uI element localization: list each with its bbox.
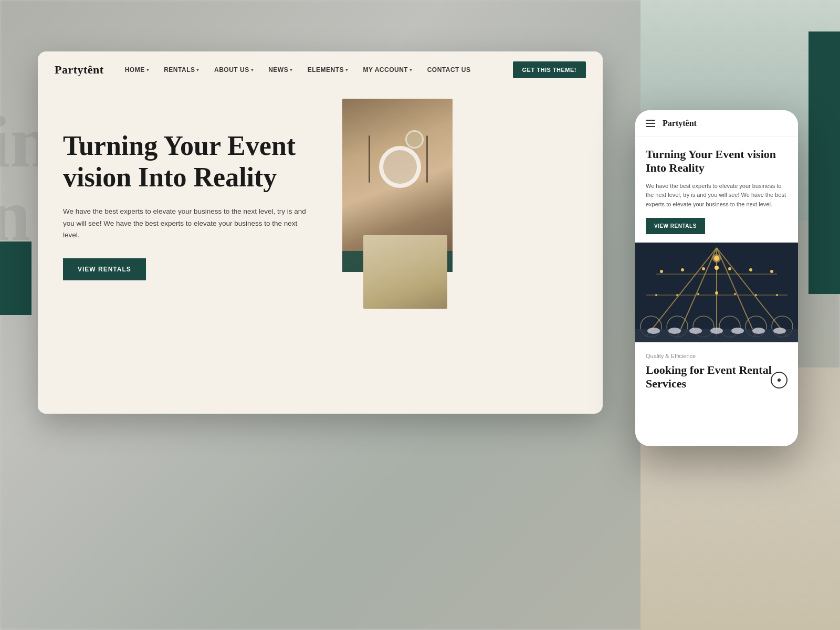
- hamburger-line-1: [646, 120, 655, 121]
- svg-point-32: [668, 328, 681, 334]
- mobile-hero-title: Turning Your Event vision Into Reality: [646, 148, 788, 175]
- svg-point-33: [689, 328, 702, 334]
- svg-point-18: [715, 291, 718, 295]
- svg-point-35: [731, 328, 744, 334]
- nav-about-us[interactable]: ABOUT US ▾: [214, 66, 254, 74]
- desktop-hero-right: [342, 88, 603, 414]
- glass-icon: [405, 130, 424, 149]
- svg-point-20: [755, 294, 757, 296]
- chevron-down-icon: ▾: [290, 67, 293, 72]
- mobile-navigation: Partytênt: [635, 110, 798, 137]
- desktop-logo: Partytênt: [55, 63, 104, 77]
- mobile-hero-description: We have the best experts to elevate your…: [646, 182, 788, 209]
- fork-icon: [369, 135, 370, 183]
- hamburger-menu-icon[interactable]: [646, 120, 655, 127]
- desktop-nav-links: HOME ▾ RENTALS ▾ ABOUT US ▾ NEWS ▾ ELEME…: [125, 66, 513, 74]
- background-teal-rectangle: [0, 242, 32, 315]
- dot-icon: [778, 379, 781, 382]
- svg-point-14: [770, 270, 773, 273]
- mobile-quality-label: Quality & Efficience: [646, 353, 788, 359]
- mobile-view-rentals-button[interactable]: VIEW RENTALS: [646, 218, 705, 234]
- mobile-hero-section: Turning Your Event vision Into Reality W…: [635, 137, 798, 243]
- svg-point-34: [710, 328, 723, 334]
- svg-point-19: [734, 293, 736, 295]
- knife-icon: [426, 135, 428, 183]
- chevron-down-icon: ▾: [251, 67, 254, 72]
- desktop-hero-title: Turning Your Event vision Into Reality: [63, 130, 317, 193]
- desktop-mockup: Partytênt HOME ▾ RENTALS ▾ ABOUT US ▾ NE…: [38, 51, 603, 414]
- svg-point-31: [647, 328, 660, 334]
- hamburger-line-2: [646, 123, 655, 124]
- chevron-down-icon: ▾: [196, 67, 200, 72]
- svg-point-9: [681, 268, 684, 271]
- nav-news[interactable]: NEWS ▾: [268, 66, 293, 74]
- get-theme-button[interactable]: GET THIS THEME!: [513, 61, 586, 78]
- hamburger-line-3: [646, 126, 655, 127]
- desktop-hero-reception-image: [363, 235, 447, 309]
- mobile-section-title: Looking for Event Rental Services: [646, 363, 788, 391]
- svg-point-11: [715, 266, 719, 270]
- svg-point-15: [655, 294, 657, 296]
- desktop-navigation: Partytênt HOME ▾ RENTALS ▾ ABOUT US ▾ NE…: [38, 51, 603, 88]
- plate-icon: [379, 146, 421, 188]
- nav-home[interactable]: HOME ▾: [125, 66, 150, 74]
- desktop-hero: Turning Your Event vision Into Reality W…: [38, 88, 603, 414]
- nav-rentals[interactable]: RENTALS ▾: [164, 66, 200, 74]
- svg-point-13: [749, 268, 752, 271]
- svg-point-12: [728, 267, 731, 270]
- mobile-content: Turning Your Event vision Into Reality W…: [635, 137, 798, 446]
- mobile-logo: Partytênt: [663, 119, 697, 128]
- svg-point-37: [773, 328, 786, 334]
- mobile-bottom-section: Quality & Efficience Looking for Event R…: [635, 342, 798, 400]
- background-teal-bar: [808, 32, 840, 294]
- mobile-mockup: Partytênt Turning Your Event vision Into…: [635, 110, 798, 446]
- nav-elements[interactable]: ELEMENTS ▾: [308, 66, 349, 74]
- desktop-view-rentals-button[interactable]: VIEW RENTALS: [63, 258, 146, 280]
- desktop-hero-left: Turning Your Event vision Into Reality W…: [38, 88, 342, 414]
- chevron-down-icon: ▾: [345, 67, 349, 72]
- svg-point-10: [702, 267, 705, 270]
- svg-point-17: [697, 293, 699, 295]
- svg-point-21: [776, 294, 778, 296]
- svg-point-8: [660, 270, 663, 273]
- chevron-down-icon: ▾: [146, 67, 150, 72]
- svg-point-16: [676, 294, 678, 296]
- svg-point-23: [714, 256, 719, 261]
- desktop-hero-description: We have the best experts to elevate your…: [63, 206, 315, 242]
- nav-contact-us[interactable]: CONTACT US: [427, 66, 471, 74]
- tent-svg: [635, 243, 798, 342]
- mobile-tent-image: [635, 243, 798, 342]
- svg-point-36: [752, 328, 765, 334]
- nav-my-account[interactable]: MY ACCOUNT ▾: [363, 66, 412, 74]
- chevron-down-icon: ▾: [410, 67, 413, 72]
